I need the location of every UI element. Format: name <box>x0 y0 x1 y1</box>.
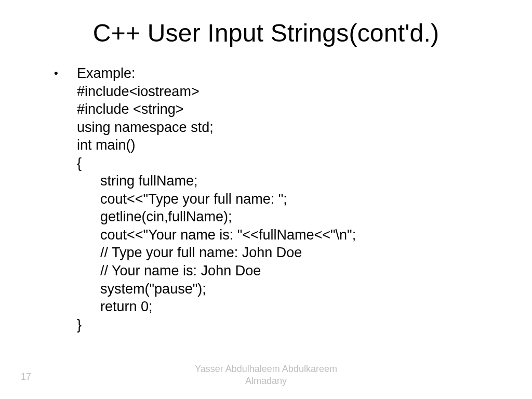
bullet-item: • Example: <box>51 64 482 83</box>
code-block: #include<iostream> #include <string> usi… <box>77 83 482 334</box>
slide-title: C++ User Input Strings(cont'd.) <box>0 19 532 47</box>
slide: C++ User Input Strings(cont'd.) • Exampl… <box>0 0 532 399</box>
bullet-label: Example: <box>77 64 482 83</box>
bullet-icon: • <box>51 64 77 82</box>
slide-content: • Example: #include<iostream> #include <… <box>51 64 482 334</box>
author-line-2: Almadany <box>0 375 532 387</box>
footer-author: Yasser Abdulhaleem Abdulkareem Almadany <box>0 363 532 387</box>
author-line-1: Yasser Abdulhaleem Abdulkareem <box>0 363 532 375</box>
